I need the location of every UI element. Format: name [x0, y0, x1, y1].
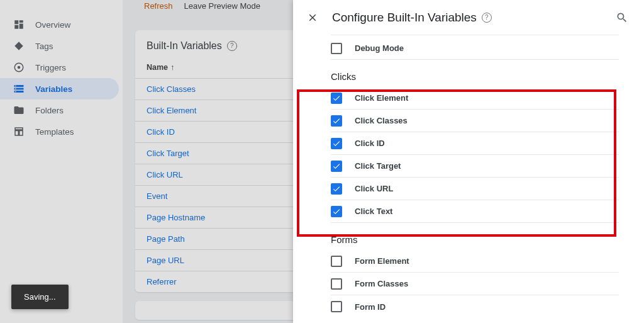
- panel-header: Configure Built-In Variables ?: [293, 0, 644, 35]
- checkbox-row-click-text[interactable]: Click Text: [331, 200, 619, 223]
- sidebar-item-templates[interactable]: Templates: [0, 121, 123, 142]
- checkbox-icon[interactable]: [331, 183, 342, 195]
- checkbox-icon[interactable]: [331, 256, 342, 267]
- checkbox-row-click-id[interactable]: Click ID: [331, 132, 619, 155]
- sort-asc-icon: ↑: [170, 63, 174, 72]
- panel-body: Debug Mode Clicks Click Element Click Cl…: [293, 35, 644, 323]
- sidebar-item-folders[interactable]: Folders: [0, 99, 123, 121]
- sidebar-item-label: Tags: [35, 42, 53, 51]
- sidebar-item-label: Folders: [35, 106, 64, 115]
- checkbox-icon[interactable]: [331, 43, 342, 54]
- checkbox-label: Form Element: [355, 256, 409, 266]
- section-heading-clicks: Clicks: [331, 71, 619, 82]
- sidebar-item-label: Overview: [35, 20, 70, 30]
- checkbox-label: Form Classes: [355, 279, 408, 288]
- refresh-link[interactable]: Refresh: [144, 1, 173, 11]
- checkbox-icon[interactable]: [331, 115, 342, 127]
- sidebar-item-variables[interactable]: Variables: [0, 78, 119, 99]
- checkbox-row-form-id[interactable]: Form ID: [331, 295, 619, 318]
- checkbox-row-click-url[interactable]: Click URL: [331, 178, 619, 200]
- checkbox-row-debug-mode[interactable]: Debug Mode: [331, 37, 619, 60]
- checkbox-row-click-classes[interactable]: Click Classes: [331, 110, 619, 132]
- configure-panel: Configure Built-In Variables ? Debug Mod…: [293, 0, 644, 323]
- checkbox-label: Click Text: [355, 207, 392, 216]
- section-heading-forms: Forms: [331, 234, 619, 245]
- checkbox-label: Debug Mode: [355, 43, 404, 53]
- panel-title: Configure Built-In Variables: [332, 11, 477, 25]
- checkbox-row-click-target[interactable]: Click Target: [331, 155, 619, 178]
- target-icon: [13, 61, 25, 74]
- checkbox-label: Form ID: [355, 302, 386, 312]
- sidebar-item-tags[interactable]: Tags: [0, 35, 123, 57]
- checkbox-row-form-classes[interactable]: Form Classes: [331, 273, 619, 295]
- checkbox-row-form-element[interactable]: Form Element: [331, 250, 619, 273]
- checkbox-label: Click ID: [355, 139, 385, 148]
- search-icon[interactable]: [611, 7, 633, 28]
- dashboard-icon: [13, 18, 25, 31]
- checkbox-icon[interactable]: [331, 301, 342, 312]
- checkbox-icon[interactable]: [331, 278, 342, 290]
- help-icon[interactable]: ?: [227, 41, 237, 51]
- checkbox-label: Click Element: [355, 93, 408, 103]
- checkbox-row-click-element[interactable]: Click Element: [331, 87, 619, 110]
- saving-toast: Saving...: [11, 285, 69, 309]
- close-icon[interactable]: [302, 7, 323, 28]
- checkbox-icon[interactable]: [331, 93, 342, 104]
- checkbox-icon[interactable]: [331, 206, 342, 217]
- help-icon[interactable]: ?: [482, 13, 492, 23]
- checkbox-icon[interactable]: [331, 161, 342, 172]
- sidebar: Overview Tags Triggers Variables Folders…: [0, 0, 123, 323]
- card-title: Built-In Variables: [147, 40, 222, 52]
- folder-icon: [13, 104, 25, 116]
- svg-point-1: [18, 66, 21, 69]
- template-icon: [13, 125, 25, 138]
- leave-preview-link[interactable]: Leave Preview Mode: [184, 1, 260, 11]
- checkbox-label: Click Target: [355, 161, 401, 171]
- sidebar-item-overview[interactable]: Overview: [0, 14, 123, 35]
- toast-text: Saving...: [24, 292, 56, 302]
- sidebar-item-triggers[interactable]: Triggers: [0, 57, 123, 78]
- column-header-label: Name: [147, 63, 168, 72]
- checkbox-icon[interactable]: [331, 138, 342, 149]
- sidebar-item-label: Variables: [35, 84, 72, 94]
- checkbox-label: Click Classes: [355, 116, 408, 125]
- sidebar-item-label: Triggers: [35, 63, 66, 72]
- checkbox-label: Click URL: [355, 184, 393, 193]
- tag-icon: [13, 40, 25, 52]
- variables-icon: [13, 82, 25, 95]
- sidebar-item-label: Templates: [35, 127, 74, 137]
